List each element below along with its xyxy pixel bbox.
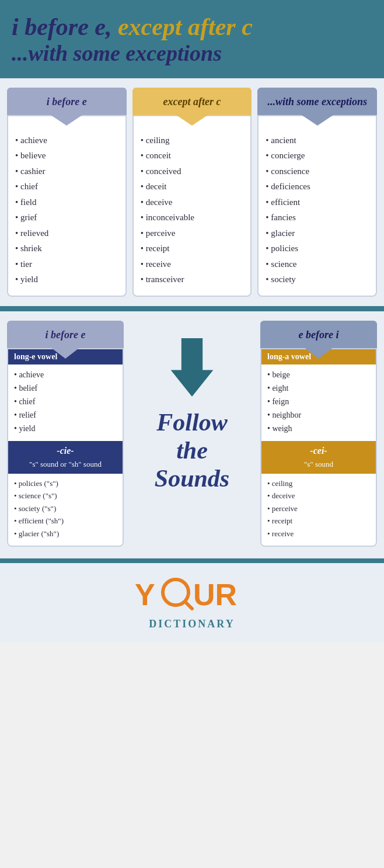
header-line1-part1: i before e,: [12, 13, 111, 40]
cei-sublabel: "s" sound: [261, 459, 376, 474]
col-except-after-c: except after c ceiling conceit conceived…: [132, 88, 252, 297]
list-item: achieve: [14, 368, 117, 381]
list-item: relieved: [15, 225, 118, 241]
top-section: i before e achieve believe cashier chief…: [0, 78, 384, 308]
bottom-right-header: e before i: [260, 321, 377, 348]
yourdictionary-logo: Y UR: [134, 575, 250, 616]
list-item: ceiling: [267, 477, 370, 490]
list-item: eight: [267, 381, 370, 395]
list-item: glacier: [266, 225, 369, 241]
list-item: transceiver: [141, 272, 244, 287]
follow-line3: Sounds: [155, 465, 229, 492]
list-item: inconceivable: [141, 210, 244, 225]
list-item: achieve: [15, 133, 118, 148]
list-item: cashier: [15, 164, 118, 179]
list-item: beige: [267, 368, 370, 381]
list-item: belief: [14, 381, 117, 395]
list-item: fancies: [266, 210, 369, 225]
long-e-list: achieve belief chief relief yield: [8, 364, 123, 441]
list-item: receive: [141, 256, 244, 272]
bottom-left-col: i before e long-e vowel achieve belief c…: [7, 321, 124, 547]
list-item: efficient: [266, 195, 369, 210]
list-item: chief: [15, 179, 118, 195]
col-with-exceptions: ...with some exceptions ancient concierg…: [257, 88, 377, 297]
list-item: efficient ("sh"): [14, 515, 117, 527]
cei-list: ceiling deceive perceive receipt receive: [261, 474, 376, 546]
col1-header: i before e: [7, 88, 127, 115]
col2-body: ceiling conceit conceived deceit deceive…: [132, 115, 252, 297]
list-item: conscience: [266, 164, 369, 179]
list-item: perceive: [267, 502, 370, 515]
three-columns: i before e achieve believe cashier chief…: [7, 88, 377, 297]
list-item: tier: [15, 256, 118, 272]
col1-body: achieve believe cashier chief field grie…: [7, 115, 127, 297]
bottom-left-header: i before e: [7, 321, 124, 348]
follow-line1: Follow: [156, 409, 227, 436]
list-item: ancient: [266, 133, 369, 148]
bottom-grid: i before e long-e vowel achieve belief c…: [7, 321, 377, 547]
follow-the-sounds-text: Follow the Sounds: [155, 408, 229, 493]
list-item: chief: [14, 395, 117, 408]
list-item: glacier ("sh"): [14, 527, 117, 540]
col2-list: ceiling conceit conceived deceit deceive…: [141, 133, 244, 287]
list-item: deficiences: [266, 179, 369, 195]
cie-label: -cie-: [8, 441, 123, 459]
col-i-before-e: i before e achieve believe cashier chief…: [7, 88, 127, 297]
list-item: science: [266, 256, 369, 272]
list-item: receive: [267, 527, 370, 540]
list-item: grief: [15, 210, 118, 225]
cie-sublabel: "s" sound or "sh" sound: [8, 459, 123, 474]
cie-list: policies ("s") science ("s") society ("s…: [8, 474, 123, 546]
list-item: shriek: [15, 241, 118, 256]
list-item: deceive: [267, 489, 370, 502]
svg-line-3: [185, 602, 192, 609]
cei-label: -cei-: [261, 441, 376, 459]
list-item: relief: [14, 408, 117, 422]
footer: Y UR DICTIONARY: [0, 561, 384, 642]
col3-header: ...with some exceptions: [257, 88, 377, 115]
list-item: society ("s"): [14, 502, 117, 515]
logo-svg: Y UR: [134, 575, 250, 616]
list-item: conceit: [141, 148, 244, 164]
col1-list: achieve believe cashier chief field grie…: [15, 133, 118, 287]
svg-text:Y: Y: [135, 578, 155, 612]
list-item: policies ("s"): [14, 477, 117, 490]
col3-list: ancient concierge conscience deficiences…: [266, 133, 369, 287]
header-line2: ...with some exceptions: [12, 40, 372, 67]
long-a-list: beige eight feign neighbor weigh: [261, 364, 376, 441]
list-item: yield: [14, 422, 117, 435]
col3-body: ancient concierge conscience deficiences…: [257, 115, 377, 297]
bottom-left-body: long-e vowel achieve belief chief relief…: [7, 348, 124, 547]
bottom-section: i before e long-e vowel achieve belief c…: [0, 311, 384, 559]
arrow-down-icon: [169, 338, 215, 397]
list-item: weigh: [267, 422, 370, 435]
header-line1: i before e, except after c: [12, 13, 372, 40]
svg-text:UR: UR: [193, 578, 237, 612]
header: i before e, except after c ...with some …: [0, 3, 384, 75]
list-item: believe: [15, 148, 118, 164]
list-item: conceived: [141, 164, 244, 179]
list-item: yield: [15, 272, 118, 287]
list-item: feign: [267, 395, 370, 408]
bottom-center-col: Follow the Sounds: [130, 321, 254, 493]
list-item: deceive: [141, 195, 244, 210]
list-item: receipt: [267, 515, 370, 527]
list-item: science ("s"): [14, 489, 117, 502]
list-item: neighbor: [267, 408, 370, 422]
svg-marker-0: [171, 338, 214, 397]
follow-line2: the: [176, 437, 208, 464]
bottom-right-col: e before i long-a vowel beige eight feig…: [260, 321, 377, 547]
list-item: concierge: [266, 148, 369, 164]
list-item: deceit: [141, 179, 244, 195]
list-item: receipt: [141, 241, 244, 256]
bottom-right-body: long-a vowel beige eight feign neighbor …: [260, 348, 377, 547]
list-item: society: [266, 272, 369, 287]
header-line1-part2: except after c: [118, 13, 253, 40]
list-item: ceiling: [141, 133, 244, 148]
logo-dictionary-text: DICTIONARY: [12, 618, 372, 630]
list-item: field: [15, 195, 118, 210]
col2-header: except after c: [132, 88, 252, 115]
list-item: perceive: [141, 225, 244, 241]
list-item: policies: [266, 241, 369, 256]
